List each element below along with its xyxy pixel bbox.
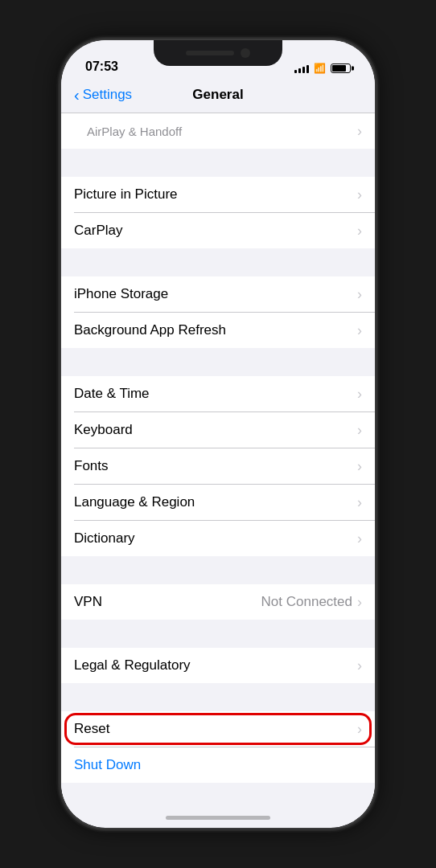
- signal-icon: [294, 63, 309, 73]
- list-item-airplay[interactable]: AirPlay & Handoff ›: [61, 113, 375, 149]
- list-item-iphone-storage[interactable]: iPhone Storage ›: [61, 276, 375, 312]
- shutdown-label[interactable]: Shut Down: [74, 757, 362, 773]
- fonts-chevron-icon: ›: [357, 458, 362, 475]
- separator-1: [61, 149, 375, 177]
- back-chevron-icon: ‹: [74, 87, 80, 103]
- signal-bar-4: [306, 65, 309, 73]
- signal-bar-1: [294, 70, 297, 73]
- language-region-label: Language & Region: [74, 494, 357, 510]
- iphone-storage-chevron-icon: ›: [357, 286, 362, 303]
- list-item-date-time[interactable]: Date & Time ›: [61, 376, 375, 411]
- carplay-chevron-icon: ›: [357, 223, 362, 240]
- separator-4: [61, 556, 375, 584]
- list-item-legal[interactable]: Legal & Regulatory ›: [61, 648, 375, 683]
- separator-3: [61, 348, 375, 376]
- status-bar: 07:53 📶: [61, 40, 375, 80]
- list-item-carplay[interactable]: CarPlay ›: [61, 213, 375, 248]
- background-refresh-label: Background App Refresh: [74, 322, 357, 338]
- signal-bar-2: [298, 68, 301, 73]
- list-item-language-region[interactable]: Language & Region ›: [61, 485, 375, 520]
- separator-6: [61, 683, 375, 711]
- separator-bottom: [61, 783, 375, 811]
- screen: 07:53 📶 ‹ Settings: [61, 40, 375, 828]
- status-icons: 📶: [294, 63, 351, 74]
- legal-label: Legal & Regulatory: [74, 657, 357, 674]
- iphone-storage-label: iPhone Storage: [74, 286, 357, 302]
- legal-chevron-icon: ›: [357, 657, 362, 674]
- list-item-background-refresh[interactable]: Background App Refresh ›: [61, 313, 375, 348]
- battery-icon: [331, 63, 351, 73]
- nav-bar: ‹ Settings General: [61, 80, 375, 113]
- section-vpn-group: VPN Not Connected ›: [61, 584, 375, 620]
- pip-chevron-icon: ›: [357, 186, 362, 203]
- date-time-chevron-icon: ›: [357, 386, 362, 403]
- notch-speaker: [186, 51, 234, 55]
- back-button[interactable]: ‹ Settings: [74, 87, 132, 103]
- separator-5: [61, 620, 375, 648]
- pip-label: Picture in Picture: [74, 186, 357, 203]
- signal-bar-3: [302, 67, 305, 73]
- list-item-fonts[interactable]: Fonts ›: [61, 448, 375, 484]
- reset-chevron-icon: ›: [357, 721, 362, 738]
- wifi-icon: 📶: [314, 63, 326, 74]
- vpn-chevron-icon: ›: [357, 594, 362, 611]
- dictionary-chevron-icon: ›: [357, 530, 362, 547]
- dictionary-label: Dictionary: [74, 530, 357, 547]
- list-item-pip[interactable]: Picture in Picture ›: [61, 177, 375, 212]
- keyboard-chevron-icon: ›: [357, 422, 362, 439]
- home-indicator: [166, 816, 270, 820]
- section-legal-group: Legal & Regulatory ›: [61, 648, 375, 683]
- vpn-value: Not Connected: [261, 594, 352, 610]
- date-time-label: Date & Time: [74, 386, 357, 402]
- list-item-shutdown[interactable]: Shut Down: [61, 747, 375, 783]
- section-datetime-group: Date & Time › Keyboard › Fonts › Languag…: [61, 376, 375, 556]
- section-pip-carplay: Picture in Picture › CarPlay ›: [61, 177, 375, 248]
- background-refresh-chevron-icon: ›: [357, 322, 362, 339]
- battery-fill: [332, 65, 346, 72]
- section-reset-group: Reset › Shut Down: [61, 711, 375, 783]
- list-item-dictionary[interactable]: Dictionary ›: [61, 521, 375, 556]
- reset-label: Reset: [74, 721, 357, 737]
- notch: [154, 40, 282, 66]
- carplay-label: CarPlay: [74, 223, 357, 239]
- list-item-vpn[interactable]: VPN Not Connected ›: [61, 584, 375, 620]
- separator-2: [61, 248, 375, 276]
- settings-content: AirPlay & Handoff › Picture in Picture ›…: [61, 113, 375, 815]
- back-label[interactable]: Settings: [83, 87, 132, 103]
- section-airplay-group: AirPlay & Handoff ›: [61, 113, 375, 149]
- list-item-reset[interactable]: Reset ›: [61, 711, 375, 747]
- airplay-label: AirPlay & Handoff: [74, 117, 357, 146]
- keyboard-label: Keyboard: [74, 422, 357, 438]
- language-region-chevron-icon: ›: [357, 494, 362, 511]
- vpn-label: VPN: [74, 594, 261, 610]
- nav-title: General: [192, 87, 243, 103]
- phone-frame: 07:53 📶 ‹ Settings: [61, 40, 375, 828]
- fonts-label: Fonts: [74, 458, 357, 474]
- notch-camera: [241, 48, 250, 58]
- list-item-keyboard[interactable]: Keyboard ›: [61, 412, 375, 448]
- airplay-chevron-icon: ›: [357, 123, 362, 140]
- section-storage-group: iPhone Storage › Background App Refresh …: [61, 276, 375, 348]
